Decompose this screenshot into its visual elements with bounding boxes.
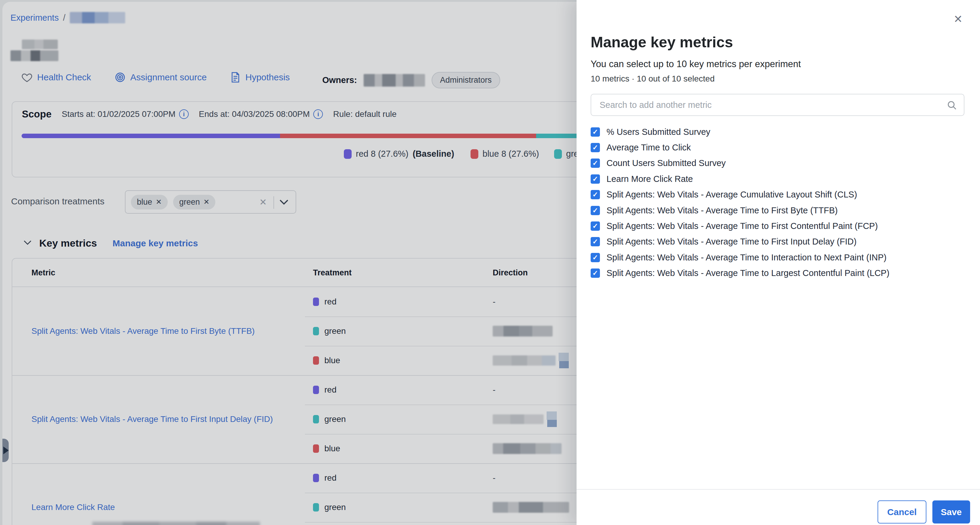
cancel-button[interactable]: Cancel [878,500,926,523]
metric-checkbox-list: ✓% Users Submitted Survey ✓Average Time … [591,124,968,281]
save-button[interactable]: Save [932,500,970,523]
metric-option[interactable]: ✓Count Users Submitted Survey [591,156,968,171]
metric-search-box [591,94,964,116]
metric-option[interactable]: ✓Split Agents: Web Vitals - Average Time… [591,234,968,250]
checkbox-checked[interactable]: ✓ [591,128,600,137]
checkbox-checked[interactable]: ✓ [591,190,600,199]
metric-option[interactable]: ✓Learn More Click Rate [591,171,968,187]
modal-title: Manage key metrics [591,34,733,51]
metric-option[interactable]: ✓Average Time to Click [591,140,968,155]
checkbox-checked[interactable]: ✓ [591,158,600,168]
app-root: Experiments / Health Check Assignment so… [0,0,980,525]
metric-option[interactable]: ✓% Users Submitted Survey [591,124,968,140]
checkbox-checked[interactable]: ✓ [591,206,600,215]
metric-option[interactable]: ✓Split Agents: Web Vitals - Average Time… [591,265,968,281]
metric-search-input[interactable] [600,94,938,115]
modal-subtitle: You can select up to 10 key metrics per … [591,59,801,70]
metric-option[interactable]: ✓Split Agents: Web Vitals - Average Time… [591,203,968,218]
close-icon[interactable]: ✕ [954,14,963,25]
search-icon[interactable] [947,100,957,112]
checkbox-checked[interactable]: ✓ [591,268,600,278]
manage-key-metrics-modal: ✕ Manage key metrics You can select up t… [577,0,980,525]
checkbox-checked[interactable]: ✓ [591,143,600,152]
metrics-count: 10 metrics · 10 out of 10 selected [591,74,714,84]
checkbox-checked[interactable]: ✓ [591,237,600,246]
checkbox-checked[interactable]: ✓ [591,222,600,231]
metric-option[interactable]: ✓Split Agents: Web Vitals - Average Time… [591,218,968,234]
modal-footer: Cancel Save [577,489,980,525]
metric-option[interactable]: ✓Split Agents: Web Vitals - Average Cumu… [591,187,968,203]
checkbox-checked[interactable]: ✓ [591,253,600,262]
checkbox-checked[interactable]: ✓ [591,174,600,184]
metric-option[interactable]: ✓Split Agents: Web Vitals - Average Time… [591,250,968,265]
